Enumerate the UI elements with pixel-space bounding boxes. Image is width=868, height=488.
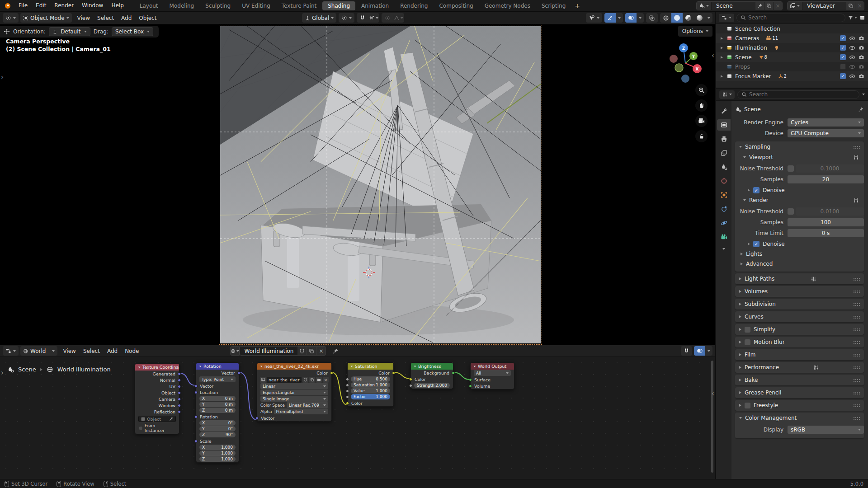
viewport-menu-item[interactable]: Select [94,15,118,21]
denoise-checkbox[interactable]: ✓ [753,187,760,193]
panel-checkbox[interactable] [745,339,750,345]
node-editor-menu-item[interactable]: Select [80,348,104,354]
viewport-denoise-row[interactable]: ✓Denoise [735,185,864,195]
mode-dropdown[interactable]: Object Mode [20,13,72,23]
node-header[interactable]: Brightness [411,363,453,370]
outliner-row-cameras[interactable]: Cameras 11 ✓ [716,33,868,43]
output-socket[interactable] [178,404,181,407]
workspace-tab[interactable]: UV Editing [236,1,276,10]
blender-logo-icon[interactable] [4,3,12,9]
properties-panel[interactable]: Film [735,349,864,360]
outliner-row-illumination[interactable]: Illumination ✓ [716,43,868,52]
shading-dropdown[interactable] [705,13,712,23]
noise-threshold-value[interactable]: 0.1000 [796,164,864,173]
viewlayer-new-button[interactable] [846,2,855,10]
denoise-checkbox[interactable]: ✓ [753,241,760,247]
outliner-row-focus-marker[interactable]: Focus Marker 2 ✓ [716,71,868,81]
render-engine-dropdown[interactable]: Cycles [788,118,864,127]
snap-toggle[interactable] [357,13,368,23]
viewport-menu-item[interactable]: Object [135,15,160,21]
vector-field[interactable]: Z0 m [199,408,236,413]
world-name-field[interactable]: World Illumination [240,346,297,356]
drag-handle-icon[interactable] [853,145,860,149]
gizmos-toggle[interactable] [604,13,616,23]
pan-button[interactable] [695,99,708,112]
xray-toggle[interactable] [646,13,658,23]
output-socket[interactable] [178,385,181,388]
properties-panel[interactable]: Light Paths [735,273,864,284]
node-texture-coordinate[interactable]: Texture Coordinate GeneratedNormalUVObje… [135,363,179,434]
sidebar-expand-arrow[interactable]: ‹ [712,52,714,59]
node-canvas[interactable]: › Scene World Illumination Texture Coord… [0,357,715,479]
output-socket[interactable] [237,371,241,375]
drag-handle-icon[interactable] [853,341,860,344]
node-snap-toggle[interactable] [681,346,692,356]
properties-panel[interactable]: Simplify [735,324,864,335]
input-socket[interactable] [346,384,349,387]
scene-new-button[interactable] [764,2,773,10]
image-name-field[interactable]: near_the_river_0... [267,377,302,383]
preset-sliders-icon[interactable] [811,276,816,282]
workspace-tab[interactable]: Shading [322,1,355,10]
source-dropdown[interactable]: Single Image [260,396,328,402]
outliner-search[interactable] [736,14,845,22]
advanced-subpanel[interactable]: Advanced [735,259,864,269]
tab-view-layer[interactable] [717,147,731,159]
exclude-checkbox[interactable]: ✓ [840,35,846,41]
value-field[interactable]: Saturation1.000 [351,382,390,388]
topbar-menu-item[interactable]: Window [78,0,107,11]
shading-solid-button[interactable] [671,13,683,23]
drag-handle-icon[interactable] [853,315,860,319]
preset-sliders-icon[interactable] [853,155,859,160]
drag-handle-icon[interactable] [853,290,860,293]
properties-panel[interactable]: Freestyle [735,400,864,411]
proportional-edit-toggle[interactable] [382,13,393,23]
exclude-checkbox[interactable]: ✓ [840,73,846,79]
properties-options-dropdown[interactable] [862,94,865,95]
snap-settings-dropdown[interactable] [368,13,379,23]
vector-field[interactable]: Y0° [199,426,236,432]
lock-view-button[interactable] [695,130,708,142]
vector-field[interactable]: Z90° [199,432,236,437]
properties-search-input[interactable] [749,91,855,98]
node-editor-menu-item[interactable]: Node [121,348,142,354]
exclude-checkbox[interactable]: ✓ [840,45,846,51]
time-limit-value[interactable]: 0 s [788,229,864,237]
subpanel-viewport-header[interactable]: Viewport [735,152,864,162]
workspace-tab[interactable]: Scripting [536,1,571,10]
orientation-dropdown[interactable]: Default [49,27,90,36]
image-new-button[interactable] [309,377,315,383]
expand-icon[interactable] [721,56,723,59]
workspace-tab[interactable]: Rendering [395,1,433,10]
viewport-menu-item[interactable]: View [74,15,94,21]
node-hue-saturation[interactable]: Saturation Color Hue0.500Saturation1.000… [347,362,394,407]
render-camera-icon[interactable] [859,64,864,70]
image-browse-button[interactable] [260,377,266,383]
eyedropper-icon[interactable] [169,417,173,421]
panel-checkbox[interactable] [745,403,750,408]
node-header[interactable]: Saturation [348,363,393,370]
pin-icon[interactable] [332,348,339,354]
fake-user-shield-icon[interactable] [297,346,307,356]
drag-handle-icon[interactable] [853,303,860,306]
add-workspace-button[interactable]: + [571,2,584,9]
shader-type-dropdown[interactable]: World [20,346,57,356]
render-denoise-row[interactable]: ✓Denoise [735,239,864,249]
image-open-button[interactable] [316,377,322,383]
scene-delete-button[interactable]: × [773,2,782,10]
tab-object-data[interactable] [717,231,731,243]
workspace-tab[interactable]: Compositing [434,1,478,10]
interpolation-dropdown[interactable]: Linear [260,383,328,389]
preset-sliders-icon[interactable] [813,365,819,371]
node-sidebar-expand-arrow[interactable]: ‹ [712,390,714,397]
node-editor-menu-item[interactable]: View [59,348,79,354]
hide-eye-icon[interactable] [849,45,855,51]
drag-handle-icon[interactable] [853,391,860,394]
subpanel-render-header[interactable]: Render [735,195,864,205]
world-browse-button[interactable] [230,346,240,356]
node-editor-menu-item[interactable]: Add [104,348,121,354]
input-socket[interactable] [194,415,198,418]
vector-field[interactable]: Z1.000 [199,456,236,462]
tabs-overflow-chevron[interactable] [722,248,725,250]
node-header[interactable]: near_the_river_02_4k.exr [257,363,331,370]
